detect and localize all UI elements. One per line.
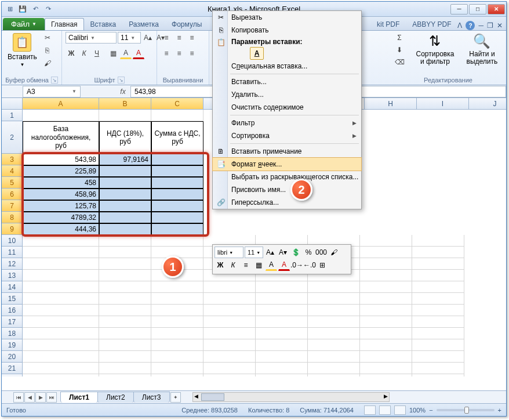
- doc-minimize-icon[interactable]: ─: [478, 21, 483, 30]
- tab-insert[interactable]: Вставка: [84, 18, 123, 30]
- cm-hyperlink[interactable]: 🔗Гиперссылка...: [213, 196, 361, 209]
- bold-button[interactable]: Ж: [66, 48, 77, 59]
- cell[interactable]: [151, 305, 203, 316]
- cell[interactable]: [256, 305, 308, 316]
- cell[interactable]: [203, 363, 256, 374]
- cell[interactable]: [151, 281, 203, 293]
- cell[interactable]: [23, 281, 99, 293]
- row-header[interactable]: 17: [2, 316, 23, 328]
- row-header[interactable]: 22: [2, 374, 23, 376]
- sheet-nav-last[interactable]: ⏭: [46, 392, 57, 403]
- cell[interactable]: [99, 281, 151, 293]
- mt-italic-button[interactable]: К: [227, 259, 239, 271]
- sheet-tab[interactable]: Лист1: [60, 392, 98, 403]
- cell[interactable]: [412, 351, 464, 363]
- cm-insert-comment[interactable]: 🗎Вставить примечание: [213, 145, 361, 158]
- col-header-b[interactable]: B: [99, 98, 151, 110]
- cell[interactable]: База налогообложения, руб: [23, 121, 99, 154]
- cell[interactable]: [151, 293, 203, 305]
- mt-increase-decimal-icon[interactable]: .0→: [291, 259, 303, 271]
- doc-close-icon[interactable]: ✕: [497, 21, 503, 30]
- align-right-icon[interactable]: ≡: [186, 48, 198, 59]
- cm-dropdown-pick[interactable]: Выбрать из раскрывающегося списка...: [213, 171, 361, 183]
- cm-define-name[interactable]: Присвоить имя...: [213, 183, 361, 196]
- cell[interactable]: [308, 305, 360, 316]
- row-header[interactable]: 6: [2, 189, 23, 200]
- cell[interactable]: [360, 293, 412, 305]
- cell[interactable]: [151, 200, 203, 212]
- cell[interactable]: [412, 363, 464, 374]
- cell[interactable]: [203, 305, 256, 316]
- mt-shrink-font-icon[interactable]: A▾: [277, 247, 289, 258]
- name-box[interactable]: A3▼: [23, 86, 81, 97]
- cell[interactable]: [99, 110, 151, 121]
- file-tab[interactable]: Файл▼: [3, 18, 45, 30]
- cell[interactable]: [23, 316, 99, 328]
- col-header-i[interactable]: I: [417, 98, 469, 110]
- sort-filter-button[interactable]: ⇅ Сортировка и фильтр: [411, 32, 459, 67]
- cell[interactable]: [99, 258, 151, 270]
- cell[interactable]: 444,36: [23, 223, 99, 235]
- font-color-button[interactable]: A: [133, 48, 144, 59]
- autosum-icon[interactable]: Σ: [394, 32, 405, 44]
- cell[interactable]: 125,78: [23, 200, 99, 212]
- cell[interactable]: [360, 258, 412, 270]
- mt-fill-color-icon[interactable]: A: [266, 259, 277, 271]
- cell[interactable]: [23, 374, 99, 376]
- cm-insert[interactable]: Вставить...: [213, 75, 361, 88]
- cell[interactable]: [360, 235, 412, 247]
- cm-sort[interactable]: Сортировка▶: [213, 129, 361, 142]
- cell[interactable]: [256, 363, 308, 374]
- tab-abbyypdf[interactable]: ABBYY PDF: [406, 18, 457, 30]
- cell[interactable]: [151, 316, 203, 328]
- row-header[interactable]: 11: [2, 247, 23, 258]
- cell[interactable]: [151, 110, 203, 121]
- view-normal-button[interactable]: [364, 405, 376, 415]
- cell[interactable]: [256, 316, 308, 328]
- cell[interactable]: [23, 110, 99, 121]
- cell[interactable]: [360, 363, 412, 374]
- cell[interactable]: [23, 328, 99, 339]
- tab-home[interactable]: Главная: [45, 18, 84, 30]
- mt-font-color-icon[interactable]: A: [278, 259, 290, 271]
- find-select-button[interactable]: 🔍 Найти и выделить: [461, 32, 503, 67]
- cell[interactable]: [412, 305, 464, 316]
- mt-size-combo[interactable]: 11▼: [245, 247, 263, 258]
- clear-icon[interactable]: ⌫: [394, 56, 405, 68]
- cell[interactable]: [360, 247, 412, 258]
- cell[interactable]: 4789,32: [23, 212, 99, 223]
- mt-percent-icon[interactable]: %: [303, 247, 314, 258]
- cell[interactable]: [23, 235, 99, 247]
- cell[interactable]: [99, 328, 151, 339]
- cell[interactable]: [99, 363, 151, 374]
- view-pagebreak-button[interactable]: [394, 405, 406, 415]
- row-header[interactable]: 8: [2, 212, 23, 223]
- cell[interactable]: [99, 189, 151, 200]
- italic-button[interactable]: К: [78, 48, 90, 59]
- row-header[interactable]: 14: [2, 281, 23, 293]
- cell[interactable]: [203, 339, 256, 351]
- align-center-icon[interactable]: ≡: [173, 48, 185, 59]
- cell[interactable]: [151, 177, 203, 189]
- cell[interactable]: [308, 281, 360, 293]
- cell[interactable]: [99, 212, 151, 223]
- mt-decrease-decimal-icon[interactable]: ←.0: [304, 259, 315, 271]
- cell[interactable]: [151, 339, 203, 351]
- mt-bold-button[interactable]: Ж: [214, 259, 226, 271]
- cell[interactable]: [412, 281, 464, 293]
- mt-merge-icon[interactable]: ⊞: [317, 259, 328, 271]
- row-header[interactable]: 12: [2, 258, 23, 270]
- cell[interactable]: [308, 339, 360, 351]
- cell[interactable]: [308, 293, 360, 305]
- row-header[interactable]: 13: [2, 270, 23, 281]
- zoom-slider[interactable]: [437, 409, 495, 411]
- cell[interactable]: [151, 235, 203, 247]
- cell[interactable]: [360, 305, 412, 316]
- sheet-nav-prev[interactable]: ◀: [24, 392, 35, 403]
- cell[interactable]: [360, 316, 412, 328]
- cell[interactable]: 543,98: [23, 154, 99, 165]
- mt-accounting-icon[interactable]: 💲: [290, 247, 301, 258]
- cell[interactable]: 458,96: [23, 189, 99, 200]
- cell[interactable]: [99, 293, 151, 305]
- zoom-level[interactable]: 100%: [409, 407, 426, 414]
